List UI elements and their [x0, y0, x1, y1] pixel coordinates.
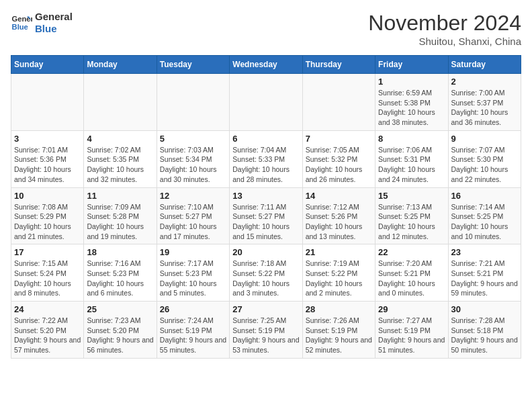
month-title: November 2024: [368, 11, 521, 36]
calendar-cell: 16Sunrise: 7:14 AM Sunset: 5:25 PM Dayli…: [448, 187, 521, 244]
calendar-week-1: 1Sunrise: 6:59 AM Sunset: 5:38 PM Daylig…: [11, 74, 521, 131]
calendar-cell: 25Sunrise: 7:23 AM Sunset: 5:20 PM Dayli…: [84, 302, 157, 359]
day-info: Sunrise: 7:14 AM Sunset: 5:25 PM Dayligh…: [451, 202, 518, 242]
calendar-cell: [157, 74, 229, 131]
day-info: Sunrise: 7:02 AM Sunset: 5:35 PM Dayligh…: [87, 145, 153, 185]
day-info: Sunrise: 7:22 AM Sunset: 5:20 PM Dayligh…: [14, 316, 81, 355]
day-number: 9: [451, 134, 518, 144]
calendar-cell: 9Sunrise: 7:07 AM Sunset: 5:30 PM Daylig…: [448, 130, 521, 187]
calendar-cell: 1Sunrise: 6:59 AM Sunset: 5:38 PM Daylig…: [375, 74, 448, 131]
day-info: Sunrise: 7:25 AM Sunset: 5:19 PM Dayligh…: [232, 316, 299, 355]
calendar-week-3: 10Sunrise: 7:08 AM Sunset: 5:29 PM Dayli…: [11, 187, 521, 244]
day-info: Sunrise: 7:26 AM Sunset: 5:19 PM Dayligh…: [306, 316, 372, 355]
day-info: Sunrise: 7:03 AM Sunset: 5:34 PM Dayligh…: [160, 145, 226, 185]
weekday-header-wednesday: Wednesday: [230, 56, 302, 74]
day-number: 26: [160, 304, 226, 314]
day-info: Sunrise: 7:16 AM Sunset: 5:23 PM Dayligh…: [87, 259, 153, 298]
day-number: 28: [306, 304, 372, 314]
calendar-cell: 19Sunrise: 7:17 AM Sunset: 5:23 PM Dayli…: [157, 244, 229, 302]
weekday-header-monday: Monday: [84, 56, 157, 74]
calendar-cell: 13Sunrise: 7:11 AM Sunset: 5:27 PM Dayli…: [230, 187, 302, 244]
calendar-table: SundayMondayTuesdayWednesdayThursdayFrid…: [11, 55, 521, 359]
calendar-week-2: 3Sunrise: 7:01 AM Sunset: 5:36 PM Daylig…: [11, 130, 521, 187]
logo-icon: General Blue: [11, 12, 32, 34]
day-number: 21: [306, 247, 372, 257]
day-number: 13: [232, 191, 299, 201]
calendar-cell: 8Sunrise: 7:06 AM Sunset: 5:31 PM Daylig…: [375, 130, 448, 187]
calendar-cell: [84, 74, 157, 131]
calendar-cell: 14Sunrise: 7:12 AM Sunset: 5:26 PM Dayli…: [302, 187, 375, 244]
weekday-header-thursday: Thursday: [302, 56, 375, 74]
calendar-cell: 15Sunrise: 7:13 AM Sunset: 5:25 PM Dayli…: [375, 187, 448, 244]
day-info: Sunrise: 7:01 AM Sunset: 5:36 PM Dayligh…: [14, 145, 81, 185]
day-info: Sunrise: 7:06 AM Sunset: 5:31 PM Dayligh…: [378, 145, 445, 185]
day-number: 7: [306, 134, 372, 144]
day-info: Sunrise: 7:04 AM Sunset: 5:33 PM Dayligh…: [232, 145, 299, 185]
calendar-cell: 3Sunrise: 7:01 AM Sunset: 5:36 PM Daylig…: [11, 130, 84, 187]
day-number: 16: [451, 191, 518, 201]
day-number: 25: [87, 304, 153, 314]
calendar-cell: 7Sunrise: 7:05 AM Sunset: 5:32 PM Daylig…: [302, 130, 375, 187]
day-number: 8: [378, 134, 445, 144]
svg-text:Blue: Blue: [12, 23, 28, 31]
day-info: Sunrise: 7:09 AM Sunset: 5:28 PM Dayligh…: [87, 202, 153, 242]
day-number: 2: [451, 77, 518, 87]
day-number: 20: [232, 247, 299, 257]
calendar-cell: 21Sunrise: 7:19 AM Sunset: 5:22 PM Dayli…: [302, 244, 375, 302]
calendar-cell: 18Sunrise: 7:16 AM Sunset: 5:23 PM Dayli…: [84, 244, 157, 302]
calendar-cell: 4Sunrise: 7:02 AM Sunset: 5:35 PM Daylig…: [84, 130, 157, 187]
calendar-cell: 10Sunrise: 7:08 AM Sunset: 5:29 PM Dayli…: [11, 187, 84, 244]
calendar-cell: 28Sunrise: 7:26 AM Sunset: 5:19 PM Dayli…: [302, 302, 375, 359]
day-info: Sunrise: 7:18 AM Sunset: 5:22 PM Dayligh…: [232, 259, 299, 298]
day-number: 19: [160, 247, 226, 257]
day-number: 4: [87, 134, 153, 144]
day-number: 15: [378, 191, 445, 201]
day-info: Sunrise: 7:08 AM Sunset: 5:29 PM Dayligh…: [14, 202, 81, 242]
day-number: 6: [232, 134, 299, 144]
day-info: Sunrise: 7:12 AM Sunset: 5:26 PM Dayligh…: [306, 202, 372, 242]
day-number: 22: [378, 247, 445, 257]
day-number: 27: [232, 304, 299, 314]
day-number: 12: [160, 191, 226, 201]
day-number: 24: [14, 304, 81, 314]
day-info: Sunrise: 7:10 AM Sunset: 5:27 PM Dayligh…: [160, 202, 226, 242]
calendar-cell: 20Sunrise: 7:18 AM Sunset: 5:22 PM Dayli…: [230, 244, 302, 302]
day-number: 5: [160, 134, 226, 144]
weekday-header-sunday: Sunday: [11, 56, 84, 74]
calendar-cell: 17Sunrise: 7:15 AM Sunset: 5:24 PM Dayli…: [11, 244, 84, 302]
calendar-cell: 22Sunrise: 7:20 AM Sunset: 5:21 PM Dayli…: [375, 244, 448, 302]
calendar-cell: 23Sunrise: 7:21 AM Sunset: 5:21 PM Dayli…: [448, 244, 521, 302]
day-number: 23: [451, 247, 518, 257]
logo-blue: Blue: [35, 23, 73, 35]
calendar-cell: 6Sunrise: 7:04 AM Sunset: 5:33 PM Daylig…: [230, 130, 302, 187]
title-block: November 2024 Shuitou, Shanxi, China: [368, 11, 521, 47]
day-info: Sunrise: 7:15 AM Sunset: 5:24 PM Dayligh…: [14, 259, 81, 298]
calendar-header: SundayMondayTuesdayWednesdayThursdayFrid…: [11, 56, 521, 74]
day-info: Sunrise: 7:24 AM Sunset: 5:19 PM Dayligh…: [160, 316, 226, 355]
day-number: 14: [306, 191, 372, 201]
calendar-cell: 30Sunrise: 7:28 AM Sunset: 5:18 PM Dayli…: [448, 302, 521, 359]
day-info: Sunrise: 7:27 AM Sunset: 5:19 PM Dayligh…: [378, 316, 445, 355]
calendar-cell: [302, 74, 375, 131]
day-number: 3: [14, 134, 81, 144]
day-info: Sunrise: 7:19 AM Sunset: 5:22 PM Dayligh…: [306, 259, 372, 298]
calendar-cell: [11, 74, 84, 131]
calendar-cell: [230, 74, 302, 131]
day-number: 17: [14, 247, 81, 257]
day-info: Sunrise: 7:05 AM Sunset: 5:32 PM Dayligh…: [306, 145, 372, 185]
logo: General Blue General Blue: [11, 11, 73, 35]
calendar-cell: 24Sunrise: 7:22 AM Sunset: 5:20 PM Dayli…: [11, 302, 84, 359]
weekday-header-friday: Friday: [375, 56, 448, 74]
location-subtitle: Shuitou, Shanxi, China: [368, 36, 521, 47]
calendar-cell: 27Sunrise: 7:25 AM Sunset: 5:19 PM Dayli…: [230, 302, 302, 359]
day-info: Sunrise: 7:21 AM Sunset: 5:21 PM Dayligh…: [451, 259, 518, 298]
calendar-week-5: 24Sunrise: 7:22 AM Sunset: 5:20 PM Dayli…: [11, 302, 521, 359]
logo-general: General: [35, 11, 73, 23]
day-info: Sunrise: 7:23 AM Sunset: 5:20 PM Dayligh…: [87, 316, 153, 355]
day-number: 11: [87, 191, 153, 201]
calendar-cell: 5Sunrise: 7:03 AM Sunset: 5:34 PM Daylig…: [157, 130, 229, 187]
weekday-header-tuesday: Tuesday: [157, 56, 229, 74]
calendar-cell: 2Sunrise: 7:00 AM Sunset: 5:37 PM Daylig…: [448, 74, 521, 131]
day-number: 18: [87, 247, 153, 257]
day-number: 30: [451, 304, 518, 314]
